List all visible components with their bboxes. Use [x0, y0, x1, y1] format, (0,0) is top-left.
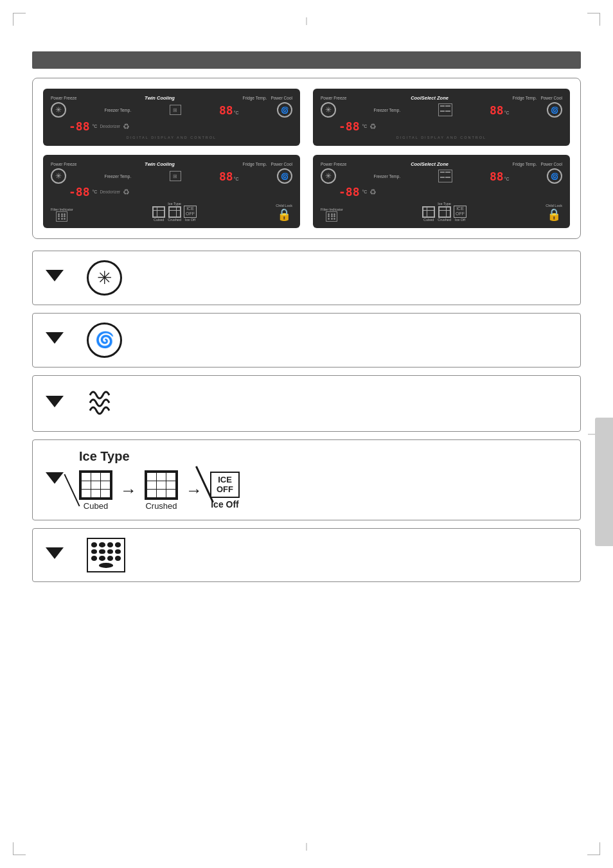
cool-zone-title-br: CoolSelect Zone	[346, 161, 512, 167]
ice-type-section: Ice Type Cubed →	[32, 439, 581, 520]
arrow-down-icon-2	[46, 332, 64, 344]
deodorizer-section	[32, 375, 581, 432]
twin-icon-tl: ⊞	[170, 105, 181, 115]
fridge-temp-label-bl: Fridge Temp.	[243, 162, 267, 166]
power-freeze-btn-bl[interactable]: ✳	[51, 168, 66, 184]
deodorizer-arrow	[46, 396, 64, 411]
cubed-label-large: Cubed	[84, 501, 108, 511]
deodorizer-label-tl: Deodorizer	[100, 124, 120, 128]
freezer-display-tl: -88	[69, 120, 90, 133]
arrow-right-1: →	[120, 481, 137, 500]
arrow-right-2: →	[186, 481, 202, 500]
power-freeze-icon: ✳	[87, 260, 122, 296]
filter-indicator-icon-bl[interactable]	[56, 211, 67, 222]
filter-indicator-icon-large	[87, 538, 125, 572]
pc-label-tr: Power Cool	[540, 96, 562, 100]
ice-off-box: ICE OFF	[210, 472, 240, 498]
pf-label-br: Power Freeze	[321, 162, 346, 166]
gray-header-bar	[32, 51, 581, 69]
cool-zone-icon-tr	[438, 103, 452, 116]
arrow-down-icon-3	[46, 396, 64, 407]
pc-label-bl: Power Cool	[271, 162, 292, 166]
ice-type-arrow	[46, 472, 64, 488]
power-freeze-btn-br[interactable]: ✳	[321, 168, 336, 184]
pc-label-br: Power Cool	[540, 162, 562, 166]
page-corner-bl	[13, 842, 26, 855]
ice-off-label-bl: Ice Off	[185, 218, 195, 222]
ice-crushed-btn-br[interactable]	[438, 206, 451, 218]
pf-label-tl: Power Freeze	[51, 96, 76, 100]
power-cool-icon: 🌀	[87, 323, 122, 358]
digital-text-tr: DIGITAL DISPLAY AND CONTROL	[321, 136, 562, 139]
pf-label-tr: Power Freeze	[321, 96, 346, 100]
power-cool-arrow	[46, 332, 64, 348]
fridge-display-br: 88	[490, 170, 504, 183]
freezer-display-br: -88	[339, 185, 360, 199]
fridge-display-tl: 88	[219, 103, 233, 117]
freezer-display-tr: -88	[339, 120, 360, 133]
power-freeze-btn-tl[interactable]: ✳	[51, 102, 66, 118]
fridge-temp-label-tr: Fridge Temp.	[513, 96, 537, 100]
side-tab	[595, 418, 613, 546]
twin-cool-title-bl: Twin Cooling	[76, 161, 242, 167]
ice-crushed-btn-bl[interactable]	[168, 206, 181, 218]
deod-icon-br: ♻	[369, 188, 377, 197]
twin-icon-bl: ⊞	[170, 171, 181, 181]
bottom-left-panel: Power Freeze Twin Cooling Fridge Temp. P…	[43, 155, 300, 228]
power-cool-btn-br[interactable]: 🌀	[547, 168, 562, 184]
power-cool-btn-bl[interactable]: 🌀	[277, 168, 292, 184]
child-lock-icon-bl[interactable]: 🔒	[277, 208, 291, 222]
arrow-down-icon-4	[46, 472, 64, 484]
crosshair-top	[306, 17, 307, 25]
top-right-panel: Power Freeze CoolSelect Zone Fridge Temp…	[313, 89, 570, 146]
crushed-label-bl: Crushed	[168, 218, 181, 222]
top-left-panel: Power Freeze Twin Cooling Fridge Temp. P…	[43, 89, 300, 146]
deodorizer-label-bl: Deodorizer	[100, 190, 120, 194]
fridge-display-tr: 88	[490, 103, 504, 117]
crushed-label-large: Crushed	[145, 501, 177, 511]
ice-off-large: ICE OFF Ice Off	[210, 472, 240, 509]
filter-arrow	[46, 547, 64, 563]
fridge-temp-label-tl: Fridge Temp.	[243, 96, 267, 100]
deodorizer-icon-tl: ♻	[123, 122, 130, 131]
ice-crushed-large: Crushed	[145, 470, 178, 511]
digital-text-tl: DIGITAL DISPLAY AND CONTROL	[51, 136, 292, 139]
power-cool-btn-tl[interactable]: 🌀	[277, 102, 292, 118]
ice-cubed-btn-bl[interactable]	[152, 206, 165, 218]
fridge-c-tl: °C	[234, 111, 239, 115]
ice-type-heading: Ice Type	[79, 449, 240, 464]
filter-indicator-icon-br[interactable]	[326, 211, 337, 222]
pc-label-tl: Power Cool	[271, 96, 292, 100]
twin-cool-title-tl: Twin Cooling	[76, 95, 242, 101]
power-freeze-btn-tr[interactable]: ✳	[321, 102, 336, 118]
bottom-right-panel: Power Freeze CoolSelect Zone Fridge Temp…	[313, 155, 570, 228]
all-panels-section: Power Freeze Twin Cooling Fridge Temp. P…	[32, 78, 581, 239]
ice-off-btn-br[interactable]: ICE OFF	[454, 206, 466, 218]
freezer-temp-label-tr: Freezer Temp.	[373, 108, 400, 112]
power-cool-section: 🌀	[32, 313, 581, 368]
child-lock-icon-br[interactable]: 🔒	[547, 208, 561, 222]
filter-section	[32, 528, 581, 582]
pf-label-bl: Power Freeze	[51, 162, 76, 166]
freezer-temp-label-br: Freezer Temp.	[373, 174, 400, 179]
deodorizer-icon	[87, 385, 122, 422]
fridge-temp-label-br: Fridge Temp.	[513, 162, 537, 166]
freezer-temp-label-bl: Freezer Temp.	[104, 174, 131, 179]
ice-off-label-large: Ice Off	[211, 499, 239, 509]
cubed-label-bl: Cubed	[154, 218, 164, 222]
freezer-display-bl: -88	[69, 185, 90, 199]
power-cool-btn-tr[interactable]: 🌀	[547, 102, 562, 118]
ice-off-label-br: Ice Off	[455, 218, 465, 222]
ice-off-btn-bl[interactable]: ICE OFF	[184, 206, 197, 218]
cubed-label-br: Cubed	[423, 218, 434, 222]
page-corner-tl	[13, 13, 26, 26]
cool-zone-icon-br	[438, 170, 452, 182]
power-freeze-arrow	[46, 270, 64, 285]
crosshair-bottom	[306, 843, 307, 851]
power-freeze-section: ✳	[32, 251, 581, 305]
freezer-temp-label-tl: Freezer Temp.	[104, 108, 131, 112]
page-corner-tr	[587, 13, 600, 26]
arrow-down-icon-5	[46, 547, 64, 559]
cool-zone-deod-icon: ♻	[369, 122, 377, 131]
ice-cubed-btn-br[interactable]	[422, 206, 435, 218]
